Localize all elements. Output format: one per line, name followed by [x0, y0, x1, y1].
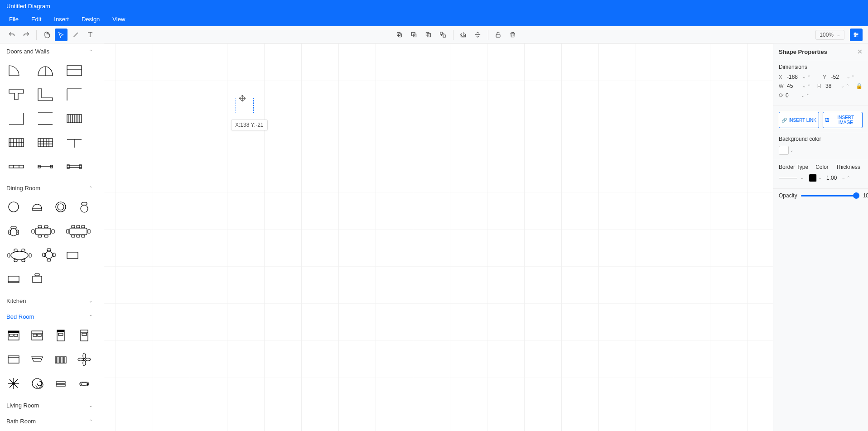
insert-link-button[interactable]: 🔗INSERT LINK — [779, 112, 819, 128]
shape-chair-round1[interactable] — [6, 200, 21, 216]
front-button[interactable] — [422, 29, 435, 41]
shape-table-plain1[interactable] — [65, 248, 80, 263]
svg-rect-62 — [9, 230, 10, 235]
thickness-field[interactable]: 1.00⌄ ⌃ — [826, 175, 863, 181]
shape-fan2[interactable] — [6, 376, 21, 392]
pan-button[interactable] — [40, 29, 53, 41]
shape-bed-single1[interactable] — [53, 328, 68, 344]
svg-rect-107 — [58, 333, 63, 335]
bgcolor-picker[interactable]: ⌄ — [779, 146, 794, 155]
lock-button[interactable] — [492, 29, 505, 41]
w-field[interactable]: W45⌄ ⌃ — [779, 83, 813, 89]
svg-rect-58 — [82, 202, 87, 205]
shape-chair-round2[interactable] — [30, 200, 44, 216]
menu-view[interactable]: View — [106, 12, 131, 26]
shape-table-rect6[interactable] — [65, 224, 92, 239]
shape-corner-l1[interactable] — [35, 87, 55, 103]
insert-image-button[interactable]: 🖼INSERT IMAGE — [823, 112, 863, 128]
canvas-grid — [104, 43, 773, 431]
svg-rect-63 — [17, 230, 19, 235]
shape-window1[interactable] — [64, 111, 84, 127]
shape-corner-l3[interactable] — [6, 111, 26, 127]
border-type-picker[interactable]: ⌄ — [779, 176, 804, 180]
shape-table-rect4[interactable] — [30, 224, 56, 239]
x-field[interactable]: X-188⌄ ⌃ — [779, 74, 819, 80]
h-field[interactable]: H38⌄ ⌃ — [817, 83, 851, 89]
flip-v-button[interactable] — [472, 29, 484, 41]
shape-corner-l2[interactable] — [64, 87, 84, 103]
category-living-room[interactable]: Living Room⌄ — [0, 397, 101, 413]
copy-button[interactable] — [393, 29, 406, 41]
panel-toggle-button[interactable] — [850, 29, 863, 41]
category-doors-walls[interactable]: Doors and Walls⌃ — [0, 43, 101, 59]
shape-wall[interactable] — [35, 111, 55, 127]
menu-edit[interactable]: Edit — [25, 12, 48, 26]
chevron-up-icon: ⌃ — [89, 49, 92, 54]
category-bed-room[interactable]: Bed Room⌃ — [0, 309, 101, 325]
canvas[interactable]: X:138 Y:-21 — [104, 43, 773, 431]
document-title: Untitled Diagram — [0, 0, 868, 12]
rotation-field[interactable]: ⟳0⌄ ⌃ — [779, 92, 819, 99]
svg-point-126 — [85, 358, 91, 361]
shape-window3[interactable] — [35, 135, 55, 151]
menu-design[interactable]: Design — [75, 12, 106, 26]
category-dining-room[interactable]: Dining Room⌃ — [0, 180, 101, 196]
menu-file[interactable]: File — [3, 12, 25, 26]
category-bath-room[interactable]: Bath Room⌃ — [0, 413, 101, 429]
text-tool-button[interactable]: T — [84, 29, 96, 41]
svg-rect-66 — [44, 225, 48, 228]
svg-point-15 — [855, 35, 856, 37]
opacity-slider[interactable] — [801, 195, 859, 196]
shape-table-plain2[interactable] — [6, 272, 21, 287]
redo-button[interactable] — [20, 29, 33, 41]
shape-door-double[interactable] — [35, 63, 55, 79]
close-icon[interactable]: ✕ — [857, 48, 863, 55]
shape-tee-wall[interactable] — [6, 87, 26, 103]
shape-segment1[interactable] — [6, 159, 26, 175]
y-field[interactable]: Y-52⌄ ⌃ — [823, 74, 863, 80]
shape-table-oval[interactable] — [6, 248, 33, 263]
shape-opening[interactable] — [64, 63, 84, 79]
svg-rect-90 — [43, 253, 45, 257]
category-kitchen[interactable]: Kitchen⌄ — [0, 293, 101, 309]
shape-fan[interactable] — [77, 352, 92, 368]
shape-segment3[interactable] — [64, 159, 84, 175]
select-button[interactable] — [55, 29, 68, 41]
shape-segment2[interactable] — [35, 159, 55, 175]
shapes-sidebar[interactable]: Doors and Walls⌃ Dining Room⌃ — [0, 43, 104, 431]
shape-ac[interactable] — [30, 352, 44, 368]
shape-window2[interactable] — [6, 135, 26, 151]
group-button[interactable] — [437, 29, 449, 41]
flip-h-button[interactable] — [457, 29, 470, 41]
shape-mat[interactable] — [53, 376, 68, 392]
undo-button[interactable] — [5, 29, 18, 41]
border-color-picker[interactable]: ⌄ — [809, 174, 822, 182]
shape-pill[interactable] — [77, 376, 92, 392]
svg-rect-111 — [8, 356, 19, 363]
lock-aspect-icon[interactable]: 🔒 — [856, 83, 863, 89]
shape-chair-round3[interactable] — [53, 200, 68, 216]
delete-button[interactable] — [506, 29, 519, 41]
shape-table-stool[interactable] — [30, 272, 44, 287]
send-back-button[interactable] — [408, 29, 420, 41]
shape-table-round4[interactable] — [42, 248, 56, 263]
svg-rect-8 — [443, 35, 445, 37]
menu-insert[interactable]: Insert — [48, 12, 75, 26]
shape-chair-tall[interactable] — [77, 200, 92, 216]
shape-heater[interactable] — [53, 352, 68, 368]
svg-point-124 — [83, 360, 86, 366]
shape-dresser[interactable] — [6, 352, 21, 368]
shape-bed-double1[interactable] — [6, 328, 21, 344]
toolbar: T 100%⌄ — [0, 26, 868, 43]
shape-door-arc[interactable] — [6, 63, 26, 79]
svg-rect-95 — [33, 276, 42, 283]
zoom-select[interactable]: 100%⌄ — [815, 30, 844, 40]
shape-wall-thin[interactable] — [64, 135, 84, 151]
shape-chair-arms[interactable] — [6, 224, 21, 239]
svg-rect-85 — [8, 254, 10, 257]
shape-spiral[interactable] — [30, 376, 44, 392]
shape-bed-single2[interactable] — [77, 328, 92, 344]
line-tool-button[interactable] — [69, 29, 82, 41]
color-label: Color — [815, 164, 829, 170]
shape-bed-double2[interactable] — [30, 328, 44, 344]
